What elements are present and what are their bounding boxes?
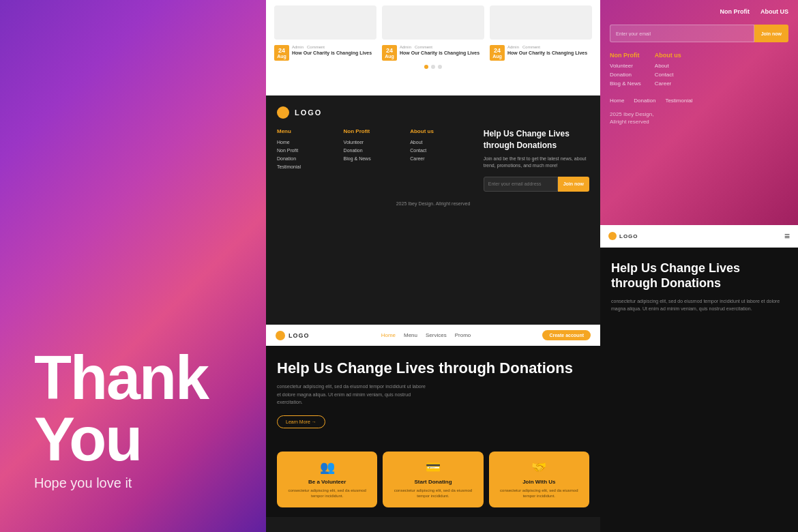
blog-date-1: 24Aug xyxy=(274,45,289,61)
blog-meta-2: Admin Comment xyxy=(400,45,479,49)
blog-date-3: 24Aug xyxy=(490,45,505,61)
donating-icon: 💳 xyxy=(389,460,476,475)
right-top-section: Non Profit About US Join now Non Profit … xyxy=(600,0,798,225)
right-bottom-nav-testimonial[interactable]: Testimonial xyxy=(665,98,692,104)
footer-logo-icon xyxy=(277,106,289,119)
landing-section: LOGO Home Menu Services Promo Create acc… xyxy=(266,325,600,532)
left-panel: Thank You Hope you love it xyxy=(0,0,266,532)
volunteer-title: Be a Volunteer xyxy=(284,479,370,485)
landing-nav: Home Menu Services Promo xyxy=(323,332,529,338)
mobile-logo: LOGO xyxy=(608,232,638,240)
landing-logo: LOGO xyxy=(276,331,310,340)
donating-desc: consectetur adipiscing elit, sed da eius… xyxy=(389,488,476,499)
landing-nav-promo[interactable]: Promo xyxy=(455,332,471,338)
right-link-donation[interactable]: Donation xyxy=(610,72,641,78)
blog-image-card-1 xyxy=(274,5,376,40)
footer-headline: Help Us Change Lives through Donations xyxy=(484,128,589,151)
footer-col-menu-title: Menu xyxy=(277,128,330,134)
mobile-hero-desc: consectetur adipiscing elit, sed do eius… xyxy=(611,297,787,312)
right-link-columns: Non Profit Volunteer Donation Blog & New… xyxy=(610,52,788,89)
footer-about-contact[interactable]: Contact xyxy=(410,148,463,153)
join-title: Join With Us xyxy=(496,479,582,485)
landing-card-donating: 💳 Start Donating consectetur adipiscing … xyxy=(383,452,483,507)
footer-col-nonprofit-title: Non Profit xyxy=(344,128,397,134)
blog-info-1: 24Aug Admin Comment How Our Charity is C… xyxy=(274,45,376,61)
right-bottom-nav: Home Donation Testimonial xyxy=(610,98,788,104)
landing-cta-button[interactable]: Create account xyxy=(542,330,591,340)
right-col-nonprofit: Non Profit Volunteer Donation Blog & New… xyxy=(610,52,641,89)
blog-title-1: How Our Charity is Changing Lives xyxy=(292,50,372,55)
dot-2[interactable] xyxy=(431,65,435,69)
blog-info-3: 24Aug Admin Comment How Our Charity is C… xyxy=(490,45,592,61)
footer-menu-nonprofit[interactable]: Non Profit xyxy=(277,148,330,153)
footer-menu-donation[interactable]: Donation xyxy=(277,156,330,161)
landing-hero-desc: consectetur adipiscing elit, sed da eius… xyxy=(277,383,427,406)
blog-cards-section: 24Aug Admin Comment How Our Charity is C… xyxy=(266,0,600,95)
blog-image-card-2 xyxy=(382,5,484,40)
right-join-button[interactable]: Join now xyxy=(754,25,788,42)
landing-card-volunteer: 👥 Be a Volunteer consectetur adipiscing … xyxy=(277,452,377,507)
footer-menu-home[interactable]: Home xyxy=(277,140,330,145)
landing-logo-icon xyxy=(276,331,285,340)
landing-hero: Help Us Change Lives through Donations c… xyxy=(266,346,600,442)
landing-nav-services[interactable]: Services xyxy=(426,332,447,338)
hamburger-icon[interactable]: ≡ xyxy=(784,231,790,241)
blog-image-card-3 xyxy=(490,5,592,40)
mobile-hero: Help Us Change Lives through Donations c… xyxy=(600,248,798,532)
landing-card-join: 🤝 Join With Us consectetur adipiscing el… xyxy=(489,452,589,507)
landing-nav-menu[interactable]: Menu xyxy=(404,332,417,338)
right-nav-about[interactable]: About US xyxy=(760,8,788,15)
footer-email-input[interactable] xyxy=(484,177,558,192)
footer-logo-row: LOGO xyxy=(277,106,589,119)
right-nav-nonprofit[interactable]: Non Profit xyxy=(720,8,750,15)
right-bottom-nav-home[interactable]: Home xyxy=(610,98,624,104)
footer-email-form: Join now xyxy=(484,177,589,192)
landing-logo-text: LOGO xyxy=(289,332,310,339)
dot-1[interactable] xyxy=(424,65,428,69)
blog-title-2: How Our Charity is Changing Lives xyxy=(400,50,479,55)
right-email-form: Join now xyxy=(610,25,788,42)
mobile-logo-icon xyxy=(608,232,617,240)
right-link-contact[interactable]: Contact xyxy=(655,72,681,78)
blog-title-3: How Our Charity is Changing Lives xyxy=(507,50,587,55)
volunteer-desc: consectetur adipiscing elit, sed da eius… xyxy=(284,488,370,499)
join-icon: 🤝 xyxy=(496,460,582,475)
right-copyright: 2025 Ibey Design,Allright reserved xyxy=(610,110,788,125)
right-col-nonprofit-title: Non Profit xyxy=(610,52,641,59)
thank-you-subtitle: Hope you love it xyxy=(34,475,266,491)
thank-you-heading: Thank You xyxy=(34,347,266,470)
footer-nonprofit-volunteer[interactable]: Volunteer xyxy=(344,140,397,145)
middle-panel: 24Aug Admin Comment How Our Charity is C… xyxy=(266,0,600,532)
landing-header: LOGO Home Menu Services Promo Create acc… xyxy=(266,325,600,346)
volunteer-icon: 👥 xyxy=(284,460,370,475)
blog-meta-1: Admin Comment xyxy=(292,45,372,49)
blog-date-2: 24Aug xyxy=(382,45,397,61)
footer-copyright: 2025 Ibey Design. Allright reserved xyxy=(277,201,589,206)
footer-menu-testimonial[interactable]: Testimonial xyxy=(277,164,330,169)
mobile-logo-text: LOGO xyxy=(619,233,638,239)
blog-meta-3: Admin Comment xyxy=(507,45,587,49)
dot-3[interactable] xyxy=(438,65,442,69)
right-link-blognews[interactable]: Blog & News xyxy=(610,80,641,87)
right-bottom-section: LOGO ≡ Help Us Change Lives through Dona… xyxy=(600,225,798,532)
footer-about-about[interactable]: About xyxy=(410,140,463,145)
footer-join-button[interactable]: Join now xyxy=(558,177,589,192)
footer-col-about: About us About Contact Career xyxy=(410,128,463,192)
footer-nonprofit-blog[interactable]: Blog & News xyxy=(344,156,397,161)
right-link-volunteer[interactable]: Volunteer xyxy=(610,63,641,69)
right-panel: Non Profit About US Join now Non Profit … xyxy=(600,0,798,532)
blog-info-2: 24Aug Admin Comment How Our Charity is C… xyxy=(382,45,484,61)
right-link-career[interactable]: Career xyxy=(655,80,681,87)
right-link-about[interactable]: About xyxy=(655,63,681,69)
right-col-about: About us About Contact Career xyxy=(655,52,681,89)
footer-about-career[interactable]: Career xyxy=(410,156,463,161)
mobile-hero-title: Help Us Change Lives through Donations xyxy=(611,261,787,291)
right-nav-links: Non Profit About US xyxy=(610,8,788,15)
right-email-input[interactable] xyxy=(610,25,754,42)
right-bottom-nav-donation[interactable]: Donation xyxy=(634,98,655,104)
footer-nonprofit-donation[interactable]: Donation xyxy=(344,148,397,153)
learn-more-button[interactable]: Learn More → xyxy=(277,415,325,428)
join-desc: consectetur adipiscing elit, sed da eius… xyxy=(496,488,582,499)
footer-subtext: Join and be the first to get the latest … xyxy=(484,156,589,170)
landing-nav-home[interactable]: Home xyxy=(381,332,396,338)
